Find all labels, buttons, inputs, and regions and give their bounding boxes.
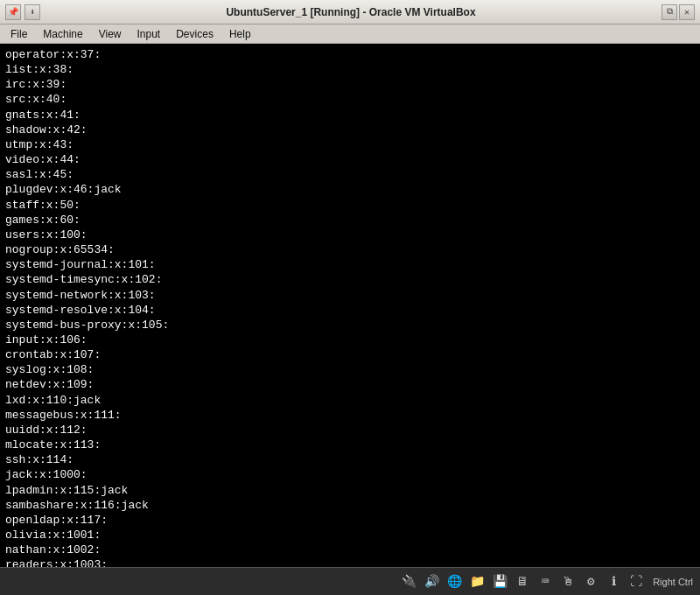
display-icon[interactable]: 🖥 bbox=[513, 572, 532, 592]
mouse-icon[interactable]: 🖱 bbox=[558, 572, 578, 592]
info-icon[interactable]: ℹ bbox=[604, 572, 623, 592]
title-bar: 📌 ⬇ UbuntuServer_1 [Running] - Oracle VM… bbox=[0, 0, 700, 24]
terminal-output: operator:x:37: list:x:38: irc:x:39: src:… bbox=[0, 44, 700, 567]
fullscreen-icon[interactable]: ⛶ bbox=[626, 572, 646, 592]
keyboard-icon[interactable]: ⌨ bbox=[536, 572, 555, 592]
screenshot-button[interactable]: ⬇ bbox=[24, 4, 40, 20]
menu-devices[interactable]: Devices bbox=[169, 26, 220, 42]
folder-icon[interactable]: 📁 bbox=[467, 572, 486, 592]
settings-icon[interactable]: ⚙ bbox=[581, 572, 600, 592]
title-bar-left-controls: 📌 ⬇ bbox=[5, 4, 40, 20]
close-button[interactable]: ✕ bbox=[679, 4, 695, 20]
menu-view[interactable]: View bbox=[92, 26, 129, 42]
right-ctrl-label: Right Ctrl bbox=[653, 577, 693, 587]
pin-button[interactable]: 📌 bbox=[5, 4, 21, 20]
network-icon[interactable]: 🌐 bbox=[444, 572, 464, 592]
menu-file[interactable]: File bbox=[4, 26, 34, 42]
audio-icon[interactable]: 🔊 bbox=[422, 572, 441, 592]
menu-input[interactable]: Input bbox=[130, 26, 168, 42]
disk-icon[interactable]: 💾 bbox=[490, 572, 509, 592]
menu-machine[interactable]: Machine bbox=[36, 26, 89, 42]
status-bar: 🔌 🔊 🌐 📁 💾 🖥 ⌨ 🖱 ⚙ ℹ ⛶ Right Ctrl bbox=[0, 567, 700, 595]
menu-bar: File Machine View Input Devices Help bbox=[0, 24, 700, 44]
window-title: UbuntuServer_1 [Running] - Oracle VM Vir… bbox=[40, 6, 662, 18]
restore-button[interactable]: ⧉ bbox=[662, 4, 677, 20]
usb-icon[interactable]: 🔌 bbox=[399, 572, 418, 592]
title-bar-right-controls: ⧉ ✕ bbox=[662, 4, 695, 20]
menu-help[interactable]: Help bbox=[222, 26, 258, 42]
